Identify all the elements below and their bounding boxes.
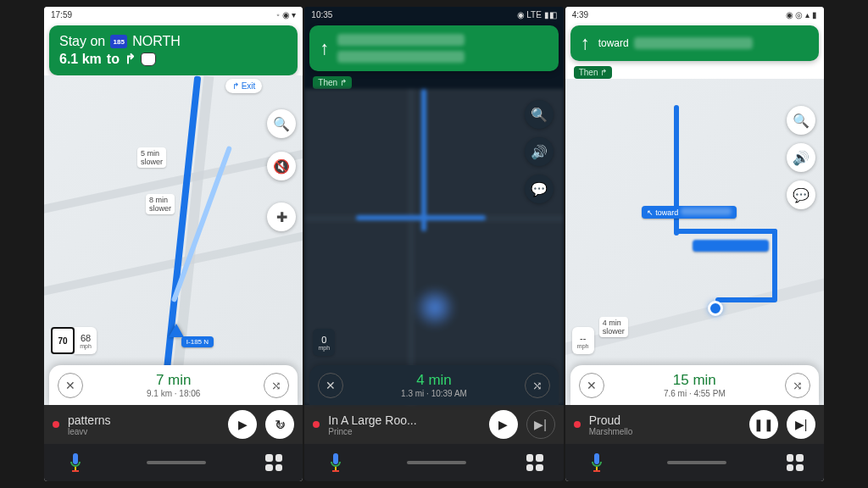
svg-rect-1 (72, 470, 79, 472)
route-callout-blurred[interactable] (693, 240, 769, 252)
bottom-dock (304, 444, 563, 481)
eta-info: 7 min 9.1 km · 18:06 (90, 372, 257, 398)
nav-banner[interactable]: ↑ street street (309, 25, 558, 71)
media-title: patterns (68, 413, 220, 427)
current-speed: 68 mph (75, 327, 97, 354)
play-button[interactable]: ▶ (489, 410, 518, 439)
bottom-dock (44, 444, 303, 481)
nav-banner[interactable]: ↑ toward road (570, 25, 819, 61)
speed-indicator: 0 mph (313, 329, 335, 356)
app-grid-button[interactable] (787, 454, 804, 471)
map-view[interactable]: ↱ Exit 🔍 🔇 ✚ 5 min slower 8 min slower I… (44, 75, 303, 405)
nav-street-blurred: road (634, 37, 753, 49)
mute-button[interactable]: 🔇 (267, 152, 296, 180)
exit-chip[interactable]: ↱ Exit (225, 79, 262, 93)
eta-sheet[interactable]: ✕ 15 min 7.6 mi · 4:55 PM ⤭ (570, 365, 819, 405)
alt-route-callout[interactable]: 5 min slower (137, 147, 166, 168)
media-info[interactable]: patterns leavv (68, 413, 220, 436)
media-info[interactable]: Proud Marshmello (589, 413, 741, 436)
current-location-glow (414, 286, 456, 329)
nav-instruction-line2: 6.1 km to ↱ (59, 51, 287, 67)
report-button[interactable]: 💬 (525, 175, 554, 203)
search-button[interactable]: 🔍 (787, 106, 815, 135)
status-icons: ◉ ◎ ▴ ▮ (786, 10, 817, 19)
phone-2: 10:35 ◉ LTE ▮◧ ↑ street street Then ↱ 🔍 … (304, 7, 563, 481)
map-view[interactable]: 🔍 🔊 💬 ↖ toward 4 min slower -- mph ✕ 15 … (565, 79, 824, 405)
app-grid-button[interactable] (265, 454, 282, 471)
sound-button[interactable]: 🔊 (525, 137, 554, 166)
toward-label: toward (598, 37, 629, 49)
report-button[interactable]: ✚ (267, 202, 296, 231)
skip-next-button-disabled: ▶| (526, 410, 555, 439)
eta-sheet[interactable]: ✕ 4 min 1.3 mi · 10:39 AM ⤭ (309, 365, 558, 405)
route-callout[interactable]: ↖ toward (642, 206, 737, 219)
pause-button[interactable]: ❚❚ (749, 410, 778, 439)
nav-distance: 6.1 km (59, 52, 102, 67)
replay-30-button[interactable]: ↻30 (265, 410, 294, 439)
status-icons: ◉ LTE ▮◧ (517, 10, 557, 19)
speed-indicator: -- mph (572, 327, 594, 354)
eta-detail: 7.6 mi · 4:55 PM (611, 389, 778, 398)
map-view[interactable] (304, 89, 563, 405)
app-grid-button[interactable] (526, 454, 543, 471)
assistant-mic-button[interactable] (64, 452, 86, 474)
media-title: Proud (589, 413, 741, 427)
nav-direction: NORTH (132, 34, 181, 49)
media-player[interactable]: In A Large Roo... Prince ▶ ▶| (304, 405, 563, 444)
svg-rect-2 (335, 467, 337, 470)
search-button[interactable]: 🔍 (525, 100, 554, 129)
media-source-icon (313, 421, 320, 428)
skip-next-button[interactable]: ▶| (787, 410, 815, 439)
phone-3: 4:39 ◉ ◎ ▴ ▮ ↑ toward road Then ↱ 🔍 🔊 💬 (565, 7, 824, 481)
media-player[interactable]: patterns leavv ▶ ↻30 (44, 405, 303, 444)
bottom-dock (565, 444, 824, 481)
then-chip[interactable]: Then ↱ (313, 76, 352, 89)
media-artist: Marshmello (589, 427, 741, 436)
home-indicator[interactable] (407, 461, 466, 464)
then-chip[interactable]: Then ↱ (574, 66, 613, 79)
status-time: 17:59 (51, 10, 72, 19)
report-button[interactable]: 💬 (787, 180, 815, 209)
speed-indicator: 70 68 mph (51, 327, 97, 354)
nav-street-blurred: street (337, 51, 465, 63)
nav-to: to (107, 52, 120, 67)
close-button[interactable]: ✕ (318, 373, 343, 398)
fork-icon: ↱ (125, 51, 136, 67)
eta-sheet[interactable]: ✕ 7 min 9.1 km · 18:06 ⤭ (49, 365, 298, 405)
status-time: 10:35 (311, 10, 332, 19)
svg-rect-5 (593, 470, 600, 472)
alt-routes-button[interactable]: ⤭ (785, 373, 810, 398)
svg-rect-0 (75, 467, 76, 470)
media-player[interactable]: Proud Marshmello ❚❚ ▶| (565, 405, 824, 444)
svg-rect-3 (332, 470, 339, 472)
assistant-mic-button[interactable] (325, 452, 347, 474)
sound-button[interactable]: 🔊 (787, 143, 815, 172)
current-location-arrow-icon (169, 324, 184, 337)
eta-detail: 9.1 km · 18:06 (90, 389, 257, 398)
status-bar: 4:39 ◉ ◎ ▴ ▮ (565, 7, 824, 22)
media-artist: leavv (68, 427, 220, 436)
eta-info: 4 min 1.3 mi · 10:39 AM (350, 372, 517, 398)
home-indicator[interactable] (147, 461, 206, 464)
assistant-mic-button[interactable] (586, 452, 608, 474)
eta-info: 15 min 7.6 mi · 4:55 PM (611, 372, 778, 398)
search-button[interactable]: 🔍 (267, 109, 296, 138)
alt-routes-button[interactable]: ⤭ (525, 373, 550, 398)
home-indicator[interactable] (667, 461, 726, 464)
current-speed: -- mph (572, 327, 594, 354)
close-button[interactable]: ✕ (579, 373, 604, 398)
alt-route-callout[interactable]: 4 min slower (599, 317, 628, 337)
route-label: I-185 N (181, 336, 214, 347)
alt-routes-button[interactable]: ⤭ (264, 373, 289, 398)
status-bar: 10:35 ◉ LTE ▮◧ (304, 7, 563, 22)
phone-1: 17:59 ◦ ◉ ▾ Stay on 185 NORTH 6.1 km to … (44, 7, 303, 481)
nav-instruction: ↑ toward road (581, 34, 809, 53)
nav-banner[interactable]: Stay on 185 NORTH 6.1 km to ↱ (49, 25, 298, 75)
speed-limit: 70 (51, 327, 75, 354)
screenshot-row: 17:59 ◦ ◉ ▾ Stay on 185 NORTH 6.1 km to … (44, 7, 824, 481)
media-info[interactable]: In A Large Roo... Prince (328, 413, 480, 436)
close-button[interactable]: ✕ (58, 373, 83, 398)
play-button[interactable]: ▶ (228, 410, 257, 439)
alt-route-callout[interactable]: 8 min slower (146, 194, 175, 214)
eta-time: 15 min (611, 372, 778, 389)
